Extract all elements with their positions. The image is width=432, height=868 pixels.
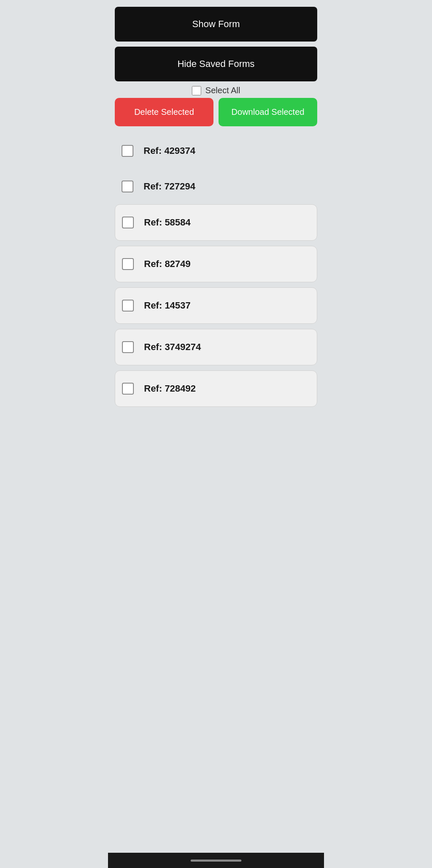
form-item-ref: Ref: 3749274 [144,342,201,353]
form-item-checkbox[interactable] [122,145,133,157]
download-selected-button[interactable]: Download Selected [219,98,317,126]
list-item: Ref: 58584 [115,204,317,241]
select-all-label: Select All [205,86,240,95]
form-item-ref: Ref: 727294 [144,181,195,192]
forms-list: Ref: 429374Ref: 727294Ref: 58584Ref: 827… [108,133,324,412]
form-item-checkbox[interactable] [122,341,134,353]
select-all-checkbox[interactable] [192,86,201,95]
form-item-checkbox[interactable] [122,217,134,228]
form-item-checkbox[interactable] [122,300,134,312]
show-form-button[interactable]: Show Form [115,7,317,42]
list-item: Ref: 429374 [115,133,317,169]
form-item-ref: Ref: 14537 [144,300,191,311]
list-item: Ref: 728492 [115,370,317,407]
list-item: Ref: 82749 [115,246,317,282]
form-item-ref: Ref: 728492 [144,383,196,394]
hide-saved-forms-button[interactable]: Hide Saved Forms [115,47,317,81]
list-item: Ref: 14537 [115,287,317,324]
form-item-ref: Ref: 429374 [144,145,195,156]
form-item-checkbox[interactable] [122,258,134,270]
form-item-ref: Ref: 82749 [144,259,191,270]
form-item-checkbox[interactable] [122,181,133,192]
list-item: Ref: 727294 [115,169,317,204]
form-item-ref: Ref: 58584 [144,217,191,228]
list-item: Ref: 3749274 [115,329,317,365]
form-item-checkbox[interactable] [122,383,134,395]
delete-selected-button[interactable]: Delete Selected [115,98,213,126]
